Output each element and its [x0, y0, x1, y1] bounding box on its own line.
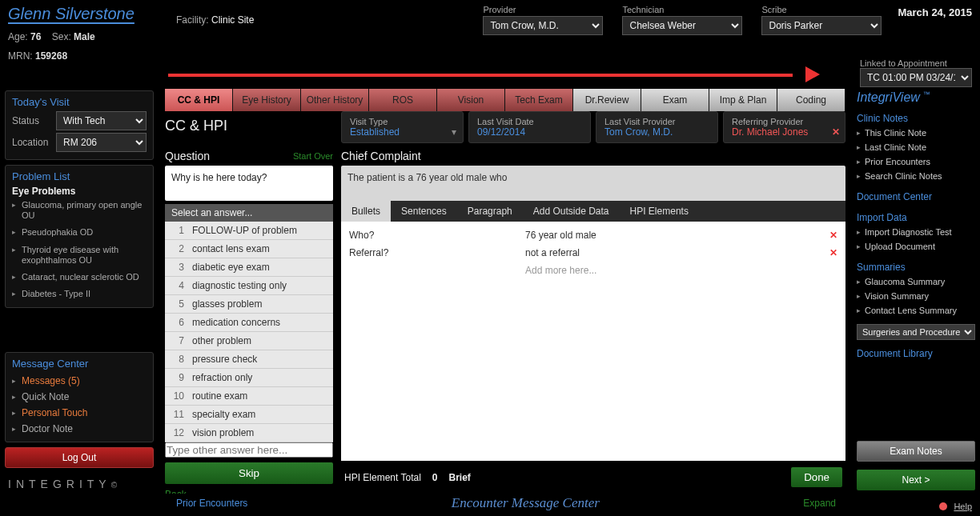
surgeries-select[interactable]: Surgeries and Procedures — [857, 324, 975, 340]
tab-cc-hpi[interactable]: CC & HPI — [165, 89, 233, 111]
tab-coding[interactable]: Coding — [777, 89, 845, 111]
problem-list-item[interactable]: Pseudophakia OD — [12, 224, 147, 241]
question-heading: Question — [165, 150, 210, 162]
summary-item[interactable]: Contact Lens Summary — [857, 303, 975, 318]
subtab-sentences[interactable]: Sentences — [391, 201, 457, 222]
message-center-item[interactable]: Personal Touch — [12, 405, 147, 421]
technician-label: Technician — [622, 5, 742, 14]
last-provider-card: Last Visit Provider Tom Crow, M.D. — [596, 111, 718, 143]
subtab-bullets[interactable]: Bullets — [341, 201, 391, 222]
problem-list-item[interactable]: Diabetes - Type II — [12, 286, 147, 302]
age-value: 76 — [30, 31, 41, 42]
answer-option[interactable]: 9refraction only — [165, 369, 333, 387]
bullet-row: Referral?not a referral✕ — [349, 244, 837, 262]
question-text: Why is he here today? — [165, 166, 333, 201]
hpi-total-label: HPI Element Total — [344, 472, 421, 483]
skip-button[interactable]: Skip — [165, 462, 333, 484]
subtab-add-outside-data[interactable]: Add Outside Data — [523, 201, 620, 222]
age-label: Age: — [8, 31, 28, 42]
prior-encounters-link[interactable]: Prior Encounters — [176, 498, 247, 509]
import-data-heading: Import Data — [857, 212, 975, 223]
subtab-hpi-elements[interactable]: HPI Elements — [620, 201, 699, 222]
facility-value: Clinic Site — [211, 14, 254, 26]
import-item[interactable]: Upload Document — [857, 239, 975, 254]
status-select[interactable]: With Tech — [56, 111, 147, 130]
start-over-link[interactable]: Start Over — [293, 151, 333, 161]
answer-option[interactable]: 7other problem — [165, 332, 333, 350]
brand-logo: INTEGRITY© — [5, 478, 154, 490]
referring-provider-card: Referring Provider Dr. Michael Jones ✕ — [723, 111, 845, 143]
status-label: Status — [12, 115, 56, 126]
done-button[interactable]: Done — [791, 467, 842, 487]
scribe-select[interactable]: Doris Parker — [761, 16, 882, 35]
expand-link[interactable]: Expand — [803, 498, 836, 509]
answer-prompt: Select an answer... — [165, 204, 333, 222]
tab-eye-history[interactable]: Eye History — [233, 89, 301, 111]
remove-bullet-icon[interactable]: ✕ — [829, 247, 837, 258]
patient-name[interactable]: Glenn Silverstone — [8, 5, 168, 23]
tab-exam[interactable]: Exam — [641, 89, 709, 111]
answer-option[interactable]: 5glasses problem — [165, 295, 333, 314]
answer-option[interactable]: 8pressure check — [165, 350, 333, 369]
exam-notes-button[interactable]: Exam Notes — [857, 441, 975, 462]
answer-option[interactable]: 11specialty exam — [165, 406, 333, 424]
provider-select[interactable]: Tom Crow, M.D. — [483, 16, 603, 35]
clinic-note-item[interactable]: This Clinic Note — [857, 126, 975, 140]
sex-value: Male — [74, 31, 95, 42]
answer-option[interactable]: 6medication concerns — [165, 314, 333, 332]
document-center-link[interactable]: Document Center — [857, 191, 975, 202]
summaries-heading: Summaries — [857, 262, 975, 273]
visit-type-card[interactable]: Visit Type Established — [341, 111, 464, 143]
last-visit-card: Last Visit Date 09/12/2014 — [468, 111, 591, 143]
logout-button[interactable]: Log Out — [5, 447, 154, 468]
next-button[interactable]: Next > — [857, 470, 975, 490]
answer-option[interactable]: 1FOLLOW-UP of problem — [165, 222, 333, 240]
clinic-note-item[interactable]: Search Clinic Notes — [857, 169, 975, 183]
document-library-link[interactable]: Document Library — [857, 348, 975, 359]
message-center-item[interactable]: Doctor Note — [12, 421, 147, 437]
tab-vision[interactable]: Vision — [437, 89, 505, 111]
summary-item[interactable]: Glaucoma Summary — [857, 274, 975, 289]
problem-list-item[interactable]: Thyroid eye disease with exophthalmos OU — [12, 242, 147, 269]
todays-visit-panel: Today's Visit StatusWith Tech LocationRM… — [5, 90, 154, 160]
answer-option[interactable]: 2contact lens exam — [165, 240, 333, 258]
encounter-date: March 24, 2015 — [898, 6, 972, 18]
add-more-row[interactable]: Add more here... — [349, 262, 837, 279]
todays-visit-title: Today's Visit — [12, 96, 147, 108]
clinic-notes-heading: Clinic Notes — [857, 113, 975, 124]
problem-list-title: Problem List — [12, 170, 147, 182]
tab-imp-plan[interactable]: Imp & Plan — [709, 89, 777, 111]
problem-list-item[interactable]: Glaucoma, primary open angle OU — [12, 197, 147, 224]
progress-arrow — [168, 72, 809, 78]
linked-appointment-select[interactable]: TC 01:00 PM 03/24/15 — [860, 68, 972, 87]
problem-list-panel: Problem List Eye Problems Glaucoma, prim… — [5, 165, 154, 308]
remove-bullet-icon[interactable]: ✕ — [829, 230, 837, 241]
message-center-item[interactable]: Messages (5) — [12, 373, 147, 389]
tab-other-history[interactable]: Other History — [301, 89, 369, 111]
answer-option[interactable]: 12vision problem — [165, 424, 333, 442]
tab-tech-exam[interactable]: Tech Exam — [505, 89, 573, 111]
answer-option[interactable]: 10routine exam — [165, 387, 333, 406]
scribe-label: Scribe — [761, 5, 882, 14]
message-center-panel: Message Center Messages (5)Quick NotePer… — [5, 352, 154, 442]
help-link[interactable]: Help — [954, 502, 972, 511]
integriview-title: IntegriView ™ — [857, 90, 975, 105]
summary-item[interactable]: Vision Summary — [857, 289, 975, 303]
remove-referring-icon[interactable]: ✕ — [832, 126, 840, 138]
problem-list-item[interactable]: Cataract, nuclear sclerotic OD — [12, 269, 147, 286]
section-title: CC & HPI — [165, 118, 333, 134]
technician-select[interactable]: Chelsea Weber — [622, 16, 742, 35]
location-label: Location — [12, 137, 56, 148]
record-indicator-icon — [939, 502, 947, 510]
import-item[interactable]: Import Diagnostic Test — [857, 225, 975, 239]
message-center-item[interactable]: Quick Note — [12, 389, 147, 405]
clinic-note-item[interactable]: Prior Encounters — [857, 154, 975, 169]
tab-dr-review[interactable]: Dr.Review — [573, 89, 641, 111]
location-select[interactable]: RM 206 — [56, 133, 147, 152]
tab-ros[interactable]: ROS — [369, 89, 437, 111]
answer-option[interactable]: 4diagnostic testing only — [165, 277, 333, 295]
clinic-note-item[interactable]: Last Clinic Note — [857, 140, 975, 154]
other-answer-input[interactable] — [165, 442, 333, 458]
subtab-paragraph[interactable]: Paragraph — [457, 201, 523, 222]
answer-option[interactable]: 3diabetic eye exam — [165, 258, 333, 277]
